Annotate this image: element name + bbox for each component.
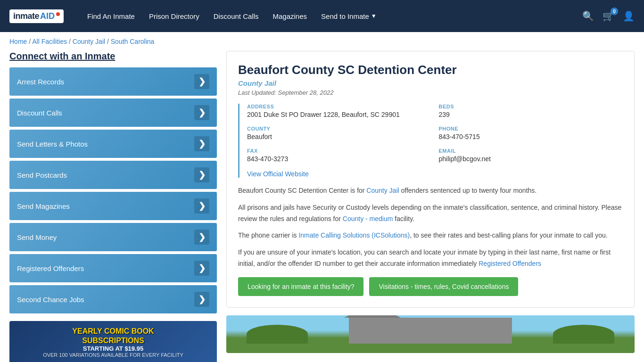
fax-group: FAX 843-470-3273 xyxy=(247,148,431,163)
nav-discount-calls[interactable]: Discount Calls xyxy=(214,12,259,20)
desc-2-text: All prisons and jails have Security or C… xyxy=(238,204,621,222)
sidebar-label-arrest-records: Arrest Records xyxy=(17,78,64,86)
arrow-icon-send-postcards: ❯ xyxy=(194,167,209,182)
address-value: 2001 Duke St PO Drawer 1228, Beaufort, S… xyxy=(247,111,431,118)
sidebar-label-send-money: Send Money xyxy=(17,233,57,241)
breadcrumb-home[interactable]: Home xyxy=(9,38,27,45)
email-value: philipf@bcgov.net xyxy=(439,155,623,163)
phone-label: PHONE xyxy=(439,126,623,132)
sidebar-label-discount-calls: Discount Calls xyxy=(17,109,62,117)
desc-2-end: facility. xyxy=(393,215,414,222)
main-content: Connect with an Inmate Arrest Records ❯ … xyxy=(0,51,644,362)
user-icon[interactable]: 👤 xyxy=(623,10,635,22)
logo-dot xyxy=(56,12,60,16)
sidebar-btn-send-letters[interactable]: Send Letters & Photos ❯ xyxy=(9,130,217,158)
address-label: ADDRESS xyxy=(247,104,431,109)
visitation-button[interactable]: Visitations - times, rules, Covid cancel… xyxy=(369,277,518,296)
breadcrumb-sep-2: / xyxy=(69,38,73,45)
arrow-icon-arrest-records: ❯ xyxy=(194,74,209,89)
nav-prison-directory[interactable]: Prison Directory xyxy=(149,12,199,20)
website-group: View Official Website xyxy=(247,170,431,178)
desc-3-text: The phone carrier is xyxy=(238,231,298,239)
breadcrumb-south-carolina[interactable]: South Carolina xyxy=(111,38,155,45)
county-medium-link[interactable]: County - medium xyxy=(343,215,393,222)
nav-send-to-inmate-label: Send to Inmate xyxy=(321,12,369,20)
sidebar-label-registered-offenders: Registered Offenders xyxy=(17,264,84,272)
sidebar-label-send-postcards: Send Postcards xyxy=(17,171,67,179)
cart-badge: 0 xyxy=(611,8,618,15)
fax-value: 843-470-3273 xyxy=(247,155,431,163)
desc-1-text: Beaufort County SC Detention Center is f… xyxy=(238,187,366,194)
logo-area[interactable]: inmate AID xyxy=(9,9,64,23)
nav-magazines[interactable]: Magazines xyxy=(273,12,307,20)
facility-info: ADDRESS 2001 Duke St PO Drawer 1228, Bea… xyxy=(238,104,623,178)
nav-find-inmate[interactable]: Find An Inmate xyxy=(87,12,135,20)
sidebar-label-second-chance-jobs: Second Chance Jobs xyxy=(17,296,84,304)
facility-updated: Last Updated: September 28, 2022 xyxy=(238,89,623,96)
desc-para-4: If you are unsure of your inmate's locat… xyxy=(238,247,623,270)
building-decoration xyxy=(349,318,512,344)
arrow-icon-discount-calls: ❯ xyxy=(194,105,209,120)
sidebar-btn-send-postcards[interactable]: Send Postcards ❯ xyxy=(9,161,217,189)
action-buttons: Looking for an inmate at this facility? … xyxy=(238,277,623,296)
desc-3-end: , to see their rates and best-calling pl… xyxy=(410,231,607,239)
nav-send-to-inmate[interactable]: Send to Inmate ▼ xyxy=(321,12,377,20)
sidebar-advertisement[interactable]: YEARLY COMIC BOOKSUBSCRIPTIONS STARTING … xyxy=(9,321,217,362)
header-icons: 🔍 🛒 0 👤 xyxy=(582,10,635,22)
beds-label: BEDS xyxy=(439,104,623,109)
breadcrumb-sep-3: / xyxy=(107,38,111,45)
sidebar-btn-registered-offenders[interactable]: Registered Offenders ❯ xyxy=(9,254,217,282)
desc-para-1: Beaufort County SC Detention Center is f… xyxy=(238,185,623,197)
desc-4-text: If you are unsure of your inmate's locat… xyxy=(238,248,611,267)
main-nav: Find An Inmate Prison Directory Discount… xyxy=(87,12,568,20)
arrow-icon-registered-offenders: ❯ xyxy=(194,261,209,276)
find-inmate-button[interactable]: Looking for an inmate at this facility? xyxy=(238,277,363,296)
sidebar-btn-send-money[interactable]: Send Money ❯ xyxy=(9,223,217,251)
sidebar-label-send-letters: Send Letters & Photos xyxy=(17,140,88,148)
county-jail-link-1[interactable]: County Jail xyxy=(366,187,399,194)
cart-icon[interactable]: 🛒 0 xyxy=(603,10,614,22)
sidebar-btn-send-magazines[interactable]: Send Magazines ❯ xyxy=(9,192,217,220)
sidebar-btn-second-chance-jobs[interactable]: Second Chance Jobs ❯ xyxy=(9,285,217,313)
sidebar-btn-discount-calls[interactable]: Discount Calls ❯ xyxy=(9,99,217,127)
phone-group: PHONE 843-470-5715 xyxy=(439,126,623,140)
facility-card: Beaufort County SC Detention Center Coun… xyxy=(226,51,635,308)
desc-para-3: The phone carrier is Inmate Calling Solu… xyxy=(238,230,623,241)
fax-label: FAX xyxy=(247,148,431,154)
website-link[interactable]: View Official Website xyxy=(247,170,309,178)
arrow-icon-second-chance-jobs: ❯ xyxy=(194,292,209,307)
sidebar-label-send-magazines: Send Magazines xyxy=(17,202,70,210)
breadcrumb-all-facilities[interactable]: All Facilities xyxy=(32,38,67,45)
county-group: COUNTY Beaufort xyxy=(247,126,431,140)
facility-description: Beaufort County SC Detention Center is f… xyxy=(238,185,623,270)
logo-text: inmate xyxy=(13,11,39,21)
trees-left-decoration xyxy=(247,325,308,344)
breadcrumb-county-jail[interactable]: County Jail xyxy=(73,38,105,45)
search-icon[interactable]: 🔍 xyxy=(582,10,594,22)
desc-para-2: All prisons and jails have Security or C… xyxy=(238,202,623,225)
sidebar-title: Connect with an Inmate xyxy=(9,51,217,62)
facility-content: Beaufort County SC Detention Center Coun… xyxy=(226,51,635,362)
facility-type: County Jail xyxy=(238,79,623,87)
beds-group: BEDS 239 xyxy=(439,104,623,118)
arrow-icon-send-magazines: ❯ xyxy=(194,198,209,214)
ics-link[interactable]: Inmate Calling Solutions (ICSolutions) xyxy=(298,231,410,239)
ad-content: YEARLY COMIC BOOKSUBSCRIPTIONS STARTING … xyxy=(38,322,188,362)
phone-value: 843-470-5715 xyxy=(439,133,623,140)
sidebar-btn-arrest-records[interactable]: Arrest Records ❯ xyxy=(9,67,217,96)
header: inmate AID Find An Inmate Prison Directo… xyxy=(0,0,644,32)
arrow-icon-send-letters: ❯ xyxy=(194,136,209,151)
ad-subtitle: OVER 100 VARIATIONS AVAILABLE FOR EVERY … xyxy=(43,352,183,358)
trees-right-decoration xyxy=(553,325,614,344)
facility-name: Beaufort County SC Detention Center xyxy=(238,63,623,77)
county-label: COUNTY xyxy=(247,126,431,132)
ad-price: STARTING AT $19.95 xyxy=(43,345,183,352)
breadcrumb: Home / All Facilities / County Jail / So… xyxy=(0,32,644,51)
address-group: ADDRESS 2001 Duke St PO Drawer 1228, Bea… xyxy=(247,104,431,118)
email-label: EMAIL xyxy=(439,148,623,154)
registered-offenders-link[interactable]: Registered Offenders xyxy=(479,260,541,267)
sidebar: Connect with an Inmate Arrest Records ❯ … xyxy=(9,51,217,362)
logo-aid: AID xyxy=(40,11,55,21)
county-value: Beaufort xyxy=(247,133,431,140)
facility-photo xyxy=(226,315,635,353)
